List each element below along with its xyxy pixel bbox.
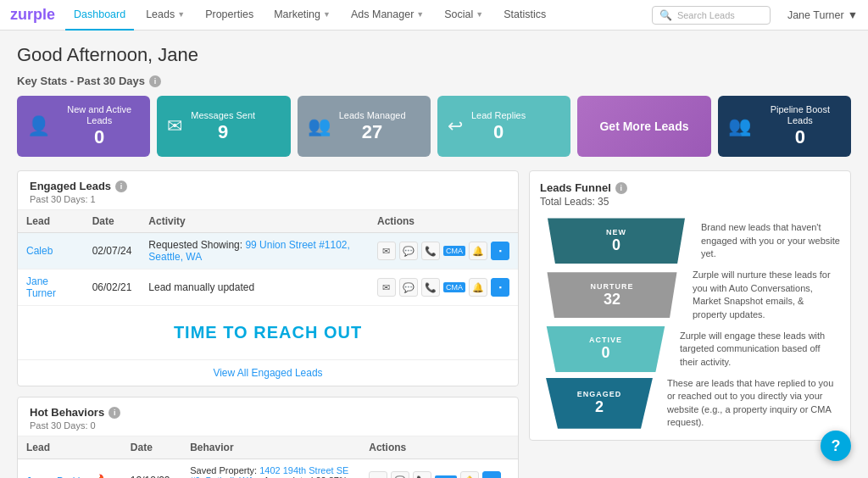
stat-card-get-more-leads[interactable]: Get More Leads: [577, 96, 710, 157]
funnel-row-new: NEW 0 Brand new leads that haven't engag…: [540, 218, 840, 264]
leads-funnel-panel: Leads Funnel i Total Leads: 35 NEW 0 Bra…: [529, 170, 851, 440]
key-stats-title: Key Stats - Past 30 Days i: [17, 75, 851, 87]
actions-cell: ✉ 💬 📞 CMA 🔔 ▪: [369, 270, 518, 306]
two-column-layout: Engaged Leads i Past 30 Days: 1 Lead Dat…: [17, 170, 851, 478]
cma-action-badge[interactable]: CMA: [443, 282, 465, 292]
table-row: Jane Turner 06/02/21 Lead manually updat…: [18, 270, 518, 306]
col-lead: Lead: [18, 436, 122, 459]
profile-action-icon[interactable]: ▪: [491, 242, 509, 260]
navbar: zurple Dashboard Leads ▼ Properties Mark…: [0, 0, 868, 31]
lead-name-caleb[interactable]: Caleb: [26, 245, 53, 257]
funnel-row-active: ACTIVE 0 Zurple will engage these leads …: [540, 326, 840, 372]
message-action-icon[interactable]: 💬: [399, 278, 418, 297]
search-icon: 🔍: [659, 9, 672, 21]
table-row: Caleb 02/07/24 Requested Showing: 99 Uni…: [18, 233, 518, 270]
col-actions: Actions: [369, 210, 518, 233]
envelope-icon: ✉: [167, 115, 182, 137]
nav-ads-manager[interactable]: Ads Manager ▼: [342, 0, 432, 31]
engaged-leads-title: Engaged Leads i: [30, 180, 506, 192]
funnel-title: Leads Funnel i: [540, 181, 840, 194]
brand-name: zur: [10, 6, 33, 23]
chevron-down-icon: ▼: [476, 10, 483, 19]
lead-name-jane-turner[interactable]: Jane Turner: [26, 275, 56, 299]
left-column: Engaged Leads i Past 30 Days: 1 Lead Dat…: [17, 170, 519, 478]
funnel-desc-engaged: These are leads that have replied to you…: [667, 377, 840, 430]
actions-cell: ✉ 💬 📞 CMA 🔔 ▪: [360, 459, 518, 478]
cma-action-badge[interactable]: CMA: [443, 246, 465, 256]
funnel-shape-nurture: NURTURE 32: [540, 272, 684, 318]
col-activity: Activity: [140, 210, 369, 233]
group-icon: 👥: [308, 115, 331, 137]
activity-cell: Requested Showing: 99 Union Street #1102…: [140, 233, 369, 270]
date-cell: 12/18/23: [122, 459, 181, 478]
hot-behaviors-subtitle: Past 30 Days: 0: [30, 420, 506, 431]
info-icon[interactable]: i: [108, 407, 120, 419]
chevron-down-icon: ▼: [177, 10, 185, 19]
hot-behaviors-table: Lead Date Behavior Actions Jenna Perkins…: [18, 436, 518, 478]
info-icon[interactable]: i: [149, 75, 161, 87]
pipeline-icon: 👥: [728, 115, 751, 137]
nav-marketing[interactable]: Marketing ▼: [265, 0, 339, 31]
funnel-desc-new: Brand new leads that haven't engaged wit…: [701, 221, 840, 260]
right-column: Leads Funnel i Total Leads: 35 NEW 0 Bra…: [529, 170, 851, 478]
user-menu[interactable]: Jane Turner ▼: [787, 9, 858, 21]
info-icon[interactable]: i: [115, 181, 127, 192]
bell-action-icon[interactable]: 🔔: [460, 471, 479, 478]
col-behavior: Behavior: [181, 436, 360, 459]
nav-statistics[interactable]: Statistics: [495, 0, 554, 31]
nav-properties[interactable]: Properties: [197, 0, 262, 31]
email-action-icon[interactable]: ✉: [377, 278, 396, 297]
info-icon[interactable]: i: [615, 182, 627, 194]
stat-card-new-active-leads[interactable]: 👤 New and Active Leads 0: [17, 96, 150, 157]
col-lead: Lead: [18, 210, 84, 233]
funnel-row-engaged: ENGAGED 2 These are leads that have repl…: [540, 377, 840, 430]
col-actions: Actions: [360, 436, 518, 459]
stat-card-lead-replies[interactable]: ↩ Lead Replies 0: [437, 96, 570, 157]
funnel-row-nurture: NURTURE 32 Zurple will nurture these lea…: [540, 269, 840, 321]
action-icons: ✉ 💬 📞 CMA 🔔 ▪: [369, 471, 509, 478]
nav-leads[interactable]: Leads ▼: [137, 0, 193, 31]
nav-dashboard[interactable]: Dashboard: [65, 0, 134, 31]
hot-behaviors-title: Hot Behaviors i: [30, 406, 506, 419]
brand-logo[interactable]: zurple: [10, 6, 55, 24]
reach-out-text: TIME TO REACH OUT: [18, 306, 518, 359]
stat-card-leads-managed[interactable]: 👥 Leads Managed 27: [298, 96, 431, 157]
table-row: Jenna Perkins 🔥 12/18/23 Saved Property:…: [18, 459, 518, 478]
funnel-desc-nurture: Zurple will nurture these leads for you …: [693, 269, 840, 321]
bell-action-icon[interactable]: 🔔: [469, 242, 487, 260]
nav-social[interactable]: Social ▼: [436, 0, 492, 31]
funnel-total: Total Leads: 35: [540, 196, 840, 208]
actions-cell: ✉ 💬 📞 CMA 🔔 ▪: [369, 233, 518, 270]
bell-action-icon[interactable]: 🔔: [469, 278, 487, 297]
view-all-engaged-leads[interactable]: View All Engaged Leads: [18, 359, 518, 386]
email-action-icon[interactable]: ✉: [369, 471, 387, 478]
hot-behaviors-panel: Hot Behaviors i Past 30 Days: 0 Lead Dat…: [17, 397, 519, 478]
phone-action-icon[interactable]: 📞: [413, 471, 431, 478]
stat-card-messages-sent[interactable]: ✉ Messages Sent 9: [157, 96, 290, 157]
engaged-leads-subtitle: Past 30 Days: 1: [30, 194, 506, 204]
profile-action-icon[interactable]: ▪: [482, 471, 501, 478]
engaged-leads-table: Lead Date Activity Actions Caleb 02/07/2…: [18, 210, 518, 306]
funnel-desc-active: Zurple will engage these leads with targ…: [680, 330, 840, 369]
date-cell: 06/02/21: [84, 270, 141, 306]
activity-link[interactable]: 99 Union Street #1102, Seattle, WA: [148, 239, 350, 263]
phone-action-icon[interactable]: 📞: [421, 278, 440, 297]
funnel-shape-active: ACTIVE 0: [540, 326, 671, 372]
profile-action-icon[interactable]: ▪: [491, 278, 509, 297]
funnel-shape-new: NEW 0: [540, 218, 693, 264]
stat-card-pipeline-boost[interactable]: 👥 Pipeline Boost Leads 0: [718, 96, 851, 157]
search-input[interactable]: 🔍 Search Leads: [652, 6, 771, 25]
message-action-icon[interactable]: 💬: [399, 242, 418, 260]
greeting-text: Good Afternoon, Jane: [17, 44, 851, 66]
email-action-icon[interactable]: ✉: [377, 242, 396, 260]
help-button[interactable]: ?: [821, 431, 851, 461]
behavior-link[interactable]: 1402 194th Street SE #9, Bothell, WA: [190, 465, 348, 478]
message-action-icon[interactable]: 💬: [391, 471, 409, 478]
stat-cards-row: 👤 New and Active Leads 0 ✉ Messages Sent…: [17, 96, 851, 157]
col-date: Date: [122, 436, 181, 459]
action-icons: ✉ 💬 📞 CMA 🔔 ▪: [377, 242, 509, 260]
phone-action-icon[interactable]: 📞: [421, 242, 440, 260]
funnel-shape-engaged: ENGAGED 2: [540, 378, 659, 429]
date-cell: 02/07/24: [84, 233, 141, 270]
table-header-row: Lead Date Behavior Actions: [18, 436, 518, 459]
